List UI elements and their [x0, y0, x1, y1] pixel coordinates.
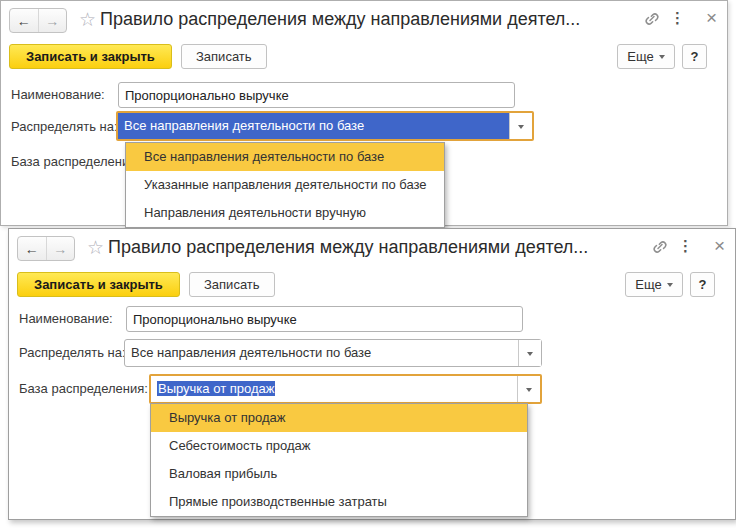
distribution-base-dropdown-list: Выручка от продаж Себестоимость продаж В… — [150, 403, 528, 517]
more-button-label: Еще — [627, 45, 653, 68]
distribution-base-combo[interactable]: Выручка от продаж — [149, 374, 542, 404]
distribution-base-value[interactable]: Выручка от продаж — [157, 381, 275, 396]
more-button[interactable]: Еще — [617, 44, 675, 69]
back-arrow-icon: ← — [25, 241, 39, 257]
dropdown-arrow-button[interactable] — [518, 340, 541, 366]
save-and-close-button[interactable]: Записать и закрыть — [17, 272, 180, 297]
distribute-to-label: Распределять на: — [11, 114, 118, 140]
forward-button[interactable]: → — [38, 9, 67, 32]
dropdown-arrow-button[interactable] — [509, 113, 532, 139]
dropdown-option[interactable]: Прямые производственные затраты — [151, 488, 527, 516]
more-button-label: Еще — [635, 273, 661, 296]
copy-link-icon[interactable] — [651, 239, 669, 255]
distribute-to-combo[interactable]: Все направления деятельности по базе — [116, 111, 534, 141]
save-button[interactable]: Записать — [181, 44, 267, 69]
forward-arrow-icon: → — [53, 241, 67, 257]
forward-button[interactable]: → — [46, 237, 75, 260]
back-button[interactable]: ← — [18, 237, 46, 260]
history-nav-buttons: ← → — [9, 8, 67, 33]
favorite-star-icon[interactable]: ☆ — [79, 7, 96, 32]
chevron-down-icon — [526, 388, 532, 395]
history-nav-buttons: ← → — [17, 236, 75, 261]
dropdown-arrow-button[interactable] — [517, 376, 540, 402]
window-menu-icon[interactable]: ⋮ — [670, 9, 685, 27]
distribution-base-value-wrap[interactable]: Выручка от продаж — [151, 376, 517, 402]
copy-link-icon[interactable] — [643, 11, 661, 27]
chevron-down-icon — [527, 352, 533, 359]
help-button[interactable]: ? — [690, 272, 715, 297]
dropdown-option[interactable]: Указанные направления деятельности по ба… — [126, 171, 444, 199]
dropdown-option[interactable]: Направления деятельности вручную — [126, 199, 444, 227]
distribution-base-label: База распределения: — [19, 376, 148, 402]
chevron-down-icon — [667, 283, 673, 290]
name-label: Наименование: — [19, 306, 113, 332]
window-menu-icon[interactable]: ⋮ — [678, 237, 693, 255]
name-label: Наименование: — [11, 82, 105, 108]
window-title: Правило распределения между направлениям… — [100, 9, 580, 30]
distribute-to-combo[interactable]: Все направления деятельности по базе — [124, 339, 542, 367]
window-title: Правило распределения между направлениям… — [108, 237, 588, 258]
dropdown-option[interactable]: Валовая прибыль — [151, 460, 527, 488]
distribute-to-value[interactable]: Все направления деятельности по базе — [118, 113, 509, 139]
close-icon[interactable]: × — [714, 236, 725, 256]
help-button[interactable]: ? — [682, 44, 707, 69]
distribution-base-label: База распределения: — [11, 149, 140, 175]
back-arrow-icon: ← — [17, 13, 31, 29]
dropdown-option-selected[interactable]: Выручка от продаж — [151, 404, 527, 432]
titlebar: ← → ☆ Правило распределения между направ… — [9, 229, 735, 265]
favorite-star-icon[interactable]: ☆ — [87, 235, 104, 260]
dropdown-option[interactable]: Себестоимость продаж — [151, 432, 527, 460]
chevron-down-icon — [518, 125, 524, 132]
dropdown-option-selected[interactable]: Все направления деятельности по базе — [126, 143, 444, 171]
name-input[interactable] — [126, 306, 523, 332]
name-input[interactable] — [118, 82, 515, 108]
forward-arrow-icon: → — [45, 13, 59, 29]
distribute-to-value[interactable]: Все направления деятельности по базе — [125, 340, 518, 366]
back-button[interactable]: ← — [10, 9, 38, 32]
more-button[interactable]: Еще — [625, 272, 683, 297]
save-button[interactable]: Записать — [189, 272, 275, 297]
distribute-to-dropdown-list: Все направления деятельности по базе Ука… — [125, 142, 445, 228]
close-icon[interactable]: × — [706, 8, 717, 28]
chevron-down-icon — [659, 55, 665, 62]
titlebar: ← → ☆ Правило распределения между направ… — [1, 1, 727, 37]
distribute-to-label: Распределять на: — [19, 340, 126, 366]
save-and-close-button[interactable]: Записать и закрыть — [9, 44, 172, 69]
